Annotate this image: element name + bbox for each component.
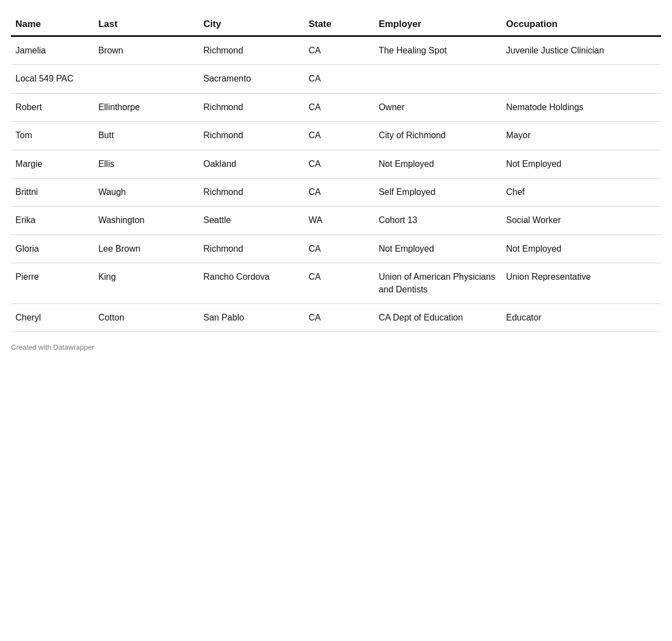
accent-cell <box>629 122 661 150</box>
cell-city: Richmond <box>199 122 304 150</box>
cell-state: CA <box>304 36 374 65</box>
cell-occupation: Social Worker <box>502 207 629 235</box>
cell-name: Brittni <box>11 178 94 206</box>
cell-state: CA <box>304 178 374 206</box>
cell-employer <box>374 65 501 93</box>
cell-employer: Owner <box>374 93 501 121</box>
cell-occupation: Chef <box>502 178 629 206</box>
cell-city: Richmond <box>199 36 304 65</box>
cell-state: CA <box>304 93 374 121</box>
cell-name: Margie <box>11 150 94 178</box>
col-header-employer: Employer <box>374 13 501 36</box>
table-row: ErikaWashingtonSeattleWACohort 13Social … <box>11 207 661 235</box>
cell-occupation: Juvenile Justice Clinician <box>502 36 629 65</box>
table-row: BrittniWaughRichmondCASelf EmployedChef <box>11 178 661 206</box>
accent-cell <box>629 303 661 332</box>
table-row: TomButtRichmondCACity of RichmondMayor <box>11 122 661 150</box>
cell-city: Rancho Cordova <box>199 263 304 304</box>
cell-name: Jamelia <box>11 36 94 65</box>
cell-name: Gloria <box>11 235 94 263</box>
cell-name: Local 549 PAC <box>11 65 94 93</box>
table-row: CherylCottonSan PabloCACA Dept of Educat… <box>11 303 661 332</box>
cell-city: Richmond <box>199 93 304 121</box>
cell-city: Oakland <box>199 150 304 178</box>
cell-occupation: Mayor <box>502 122 629 150</box>
accent-cell <box>629 263 661 304</box>
cell-last: Ellinthorpe <box>94 93 199 121</box>
accent-cell <box>629 235 661 263</box>
accent-cell <box>629 178 661 206</box>
cell-employer: Not Employed <box>374 235 501 263</box>
accent-cell <box>629 65 661 93</box>
cell-employer: Not Employed <box>374 150 501 178</box>
cell-last: Washington <box>94 207 199 235</box>
cell-occupation: Not Employed <box>502 235 629 263</box>
col-header-last: Last <box>94 13 199 36</box>
cell-state: CA <box>304 303 374 332</box>
cell-city: San Pablo <box>199 303 304 332</box>
cell-name: Tom <box>11 122 94 150</box>
accent-cell <box>629 93 661 121</box>
cell-last <box>94 65 199 93</box>
cell-last: Butt <box>94 122 199 150</box>
accent-cell <box>629 150 661 178</box>
cell-name: Robert <box>11 93 94 121</box>
cell-state: CA <box>304 263 374 304</box>
cell-state: CA <box>304 235 374 263</box>
col-header-city: City <box>199 13 304 36</box>
cell-employer: City of Richmond <box>374 122 501 150</box>
cell-employer: The Healing Spot <box>374 36 501 65</box>
table-row: PierreKingRancho CordovaCAUnion of Ameri… <box>11 263 661 304</box>
cell-employer: Cohort 13 <box>374 207 501 235</box>
col-header-occupation: Occupation <box>502 13 629 36</box>
table-row: GloriaLee BrownRichmondCANot EmployedNot… <box>11 235 661 263</box>
cell-last: King <box>94 263 199 304</box>
cell-last: Waugh <box>94 178 199 206</box>
cell-last: Ellis <box>94 150 199 178</box>
footer-credit: Created with Datawrapper <box>11 343 661 351</box>
table-row: Local 549 PACSacramentoCA <box>11 65 661 93</box>
cell-state: CA <box>304 65 374 93</box>
cell-name: Erika <box>11 207 94 235</box>
accent-cell <box>629 207 661 235</box>
cell-state: WA <box>304 207 374 235</box>
cell-city: Sacramento <box>199 65 304 93</box>
cell-state: CA <box>304 122 374 150</box>
cell-name: Cheryl <box>11 303 94 332</box>
cell-name: Pierre <box>11 263 94 304</box>
cell-employer: CA Dept of Education <box>374 303 501 332</box>
cell-occupation <box>502 65 629 93</box>
cell-occupation: Not Employed <box>502 150 629 178</box>
cell-occupation: Union Representative <box>502 263 629 304</box>
data-table: Name Last City State Employer Occupation… <box>11 13 661 332</box>
cell-last: Brown <box>94 36 199 65</box>
table-row: JameliaBrownRichmondCAThe Healing SpotJu… <box>11 36 661 65</box>
cell-occupation: Educator <box>502 303 629 332</box>
table-row: RobertEllinthorpeRichmondCAOwnerNematode… <box>11 93 661 121</box>
cell-city: Seattle <box>199 207 304 235</box>
cell-employer: Self Employed <box>374 178 501 206</box>
col-header-state: State <box>304 13 374 36</box>
cell-last: Cotton <box>94 303 199 332</box>
cell-city: Richmond <box>199 235 304 263</box>
cell-employer: Union of American Physicians and Dentist… <box>374 263 501 304</box>
cell-occupation: Nematode Holdings <box>502 93 629 121</box>
accent-cell <box>629 36 661 65</box>
table-row: MargieEllisOaklandCANot EmployedNot Empl… <box>11 150 661 178</box>
col-header-accent <box>629 13 661 36</box>
cell-state: CA <box>304 150 374 178</box>
col-header-name: Name <box>11 13 94 36</box>
cell-city: Richmond <box>199 178 304 206</box>
cell-last: Lee Brown <box>94 235 199 263</box>
